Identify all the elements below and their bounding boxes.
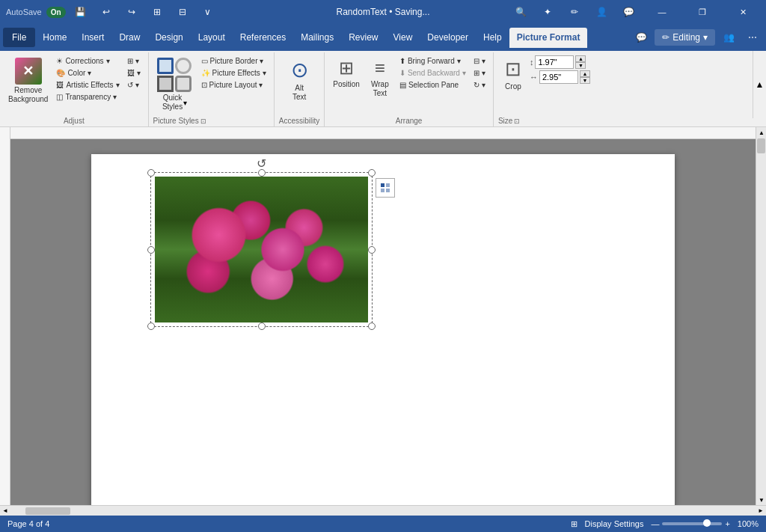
menu-references[interactable]: References	[233, 28, 293, 47]
custom-quick-icon[interactable]: ⊟	[172, 1, 193, 22]
h-scroll-thumb[interactable]	[25, 507, 70, 515]
copilot-icon[interactable]: ✦	[537, 1, 558, 22]
close-button[interactable]: ✕	[726, 0, 760, 24]
selected-image-container[interactable]: ↺	[155, 177, 368, 322]
align-dropdown: ▾	[482, 57, 485, 65]
comments-panel-icon[interactable]: 💬	[631, 27, 652, 48]
rotate-button[interactable]: ↻ ▾	[471, 79, 488, 91]
menu-bar-right: 💬 ✏ Editing ▾ 👥 ⋯	[631, 27, 763, 48]
color-button[interactable]: 🎨 Color ▾	[53, 67, 122, 79]
menu-home[interactable]: Home	[35, 28, 74, 47]
save-icon[interactable]: 💾	[70, 1, 91, 22]
selection-pane-button[interactable]: ▤ Selection Pane	[396, 79, 469, 91]
split-view-icon[interactable]: ⊞	[147, 1, 168, 22]
menu-draw[interactable]: Draw	[111, 28, 147, 47]
scroll-right-arrow[interactable]: ►	[756, 506, 766, 516]
handle-middle-right[interactable]	[368, 246, 376, 254]
editing-button[interactable]: ✏ Editing ▾	[655, 29, 715, 46]
menu-file[interactable]: File	[3, 28, 35, 47]
height-spin-down[interactable]: ▼	[575, 62, 586, 69]
minimize-button[interactable]: —	[645, 0, 679, 24]
menu-mailings[interactable]: Mailings	[293, 28, 341, 47]
handle-top-left[interactable]	[147, 169, 155, 177]
bring-forward-label: Bring Forward	[408, 57, 455, 65]
width-spin-up[interactable]: ▲	[580, 70, 590, 77]
width-spin-down[interactable]: ▼	[580, 77, 590, 84]
title-bar-title: RandomText • Saving...	[257, 7, 509, 17]
size-expand[interactable]: ⊡	[514, 117, 520, 125]
align-button[interactable]: ⊟ ▾	[471, 55, 488, 67]
width-input[interactable]	[539, 70, 578, 84]
menu-design[interactable]: Design	[147, 28, 190, 47]
height-spin-up[interactable]: ▲	[575, 55, 586, 62]
alt-text-icon: ⊙	[291, 58, 308, 82]
change-image-button[interactable]: 🖼 ▾	[124, 67, 144, 79]
pen-icon: ✏	[662, 32, 670, 43]
corrections-button[interactable]: ☀ Corrections ▾	[53, 55, 122, 67]
zoom-out-button[interactable]: —	[651, 519, 659, 528]
menu-layout[interactable]: Layout	[191, 28, 233, 47]
redo-icon[interactable]: ↪	[121, 1, 142, 22]
height-input[interactable]	[535, 55, 574, 69]
flower-image[interactable]	[155, 177, 368, 322]
picture-effects-button[interactable]: ✨ Picture Effects ▾	[198, 67, 269, 79]
reset-image-button[interactable]: ↺ ▾	[124, 79, 144, 91]
crop-button[interactable]: ⊡ Crop	[498, 55, 528, 94]
menu-developer[interactable]: Developer	[420, 28, 476, 47]
comment-icon[interactable]: 💬	[618, 1, 639, 22]
artistic-effects-button[interactable]: 🖼 Artistic Effects ▾	[53, 79, 122, 91]
remove-background-button[interactable]: ✕ RemoveBackground	[4, 55, 52, 106]
scroll-thumb[interactable]	[757, 138, 765, 153]
quick-styles-button[interactable]: QuickStyles ▾	[153, 55, 197, 114]
overflow-icon[interactable]: ⋯	[742, 27, 763, 48]
editing-label: Editing	[672, 32, 700, 43]
transparency-button[interactable]: ◫ Transparency ▾	[53, 91, 122, 103]
ribbon-scroll-up[interactable]: ▲	[753, 51, 766, 118]
zoom-track[interactable]	[662, 522, 722, 525]
adjust-label: Adjust	[4, 114, 144, 125]
autosave-toggle[interactable]: On	[46, 7, 66, 18]
undo-icon[interactable]: ↩	[96, 1, 117, 22]
display-settings-icon[interactable]: ⊞	[571, 519, 577, 529]
menu-review[interactable]: Review	[341, 28, 385, 47]
handle-bottom-right[interactable]	[368, 322, 376, 330]
layout-options-icon[interactable]	[376, 178, 395, 198]
scroll-down-arrow[interactable]: ▼	[756, 495, 766, 505]
share-collab-icon[interactable]: 👥	[718, 27, 739, 48]
share-icon[interactable]: 👤	[591, 1, 612, 22]
restore-button[interactable]: ❐	[685, 0, 720, 24]
display-settings-label[interactable]: Display Settings	[585, 519, 644, 528]
wrap-text-button[interactable]: ≡ WrapText	[365, 55, 395, 100]
handle-middle-left[interactable]	[147, 246, 155, 254]
rotate-handle[interactable]: ↺	[254, 156, 269, 171]
size-label: Size ⊡	[498, 114, 590, 125]
picture-styles-expand[interactable]: ⊡	[200, 117, 206, 125]
menu-picture-format[interactable]: Picture Format	[509, 28, 588, 48]
zoom-in-button[interactable]: +	[725, 519, 729, 528]
quick-styles-label: QuickStyles	[162, 94, 183, 111]
menu-insert[interactable]: Insert	[74, 28, 111, 47]
height-icon: ↕	[530, 58, 534, 67]
handle-top-right[interactable]	[368, 169, 376, 177]
menu-help[interactable]: Help	[476, 28, 509, 47]
layout-dropdown: ▾	[259, 81, 263, 89]
pen-draw-icon[interactable]: ✏	[564, 1, 585, 22]
bring-forward-button[interactable]: ⬆ Bring Forward ▾	[396, 55, 469, 67]
alt-text-button[interactable]: ⊙ AltText	[283, 55, 316, 104]
handle-bottom-left[interactable]	[147, 322, 155, 330]
picture-border-button[interactable]: ▭ Picture Border ▾	[198, 55, 269, 67]
size-inputs: ↕ ▲ ▼ ↔ ▲ ▼	[530, 55, 590, 84]
picture-layout-button[interactable]: ⊡ Picture Layout ▾	[198, 79, 269, 91]
group-button[interactable]: ⊞ ▾	[471, 67, 488, 79]
scroll-up-arrow[interactable]: ▲	[756, 127, 766, 138]
style-buttons-col: ▭ Picture Border ▾ ✨ Picture Effects ▾ ⊡…	[198, 55, 269, 91]
menu-view[interactable]: View	[386, 28, 420, 47]
search-icon[interactable]: 🔍	[510, 1, 531, 22]
send-backward-button[interactable]: ⬇ Send Backward ▾	[396, 67, 469, 79]
scroll-left-arrow[interactable]: ◄	[0, 506, 10, 516]
dropdown-icon[interactable]: ∨	[197, 1, 218, 22]
compress-button[interactable]: ⊞ ▾	[124, 55, 144, 67]
position-button[interactable]: ⊞ Position	[329, 55, 364, 91]
zoom-thumb[interactable]	[703, 519, 711, 527]
handle-bottom-middle[interactable]	[258, 322, 266, 330]
